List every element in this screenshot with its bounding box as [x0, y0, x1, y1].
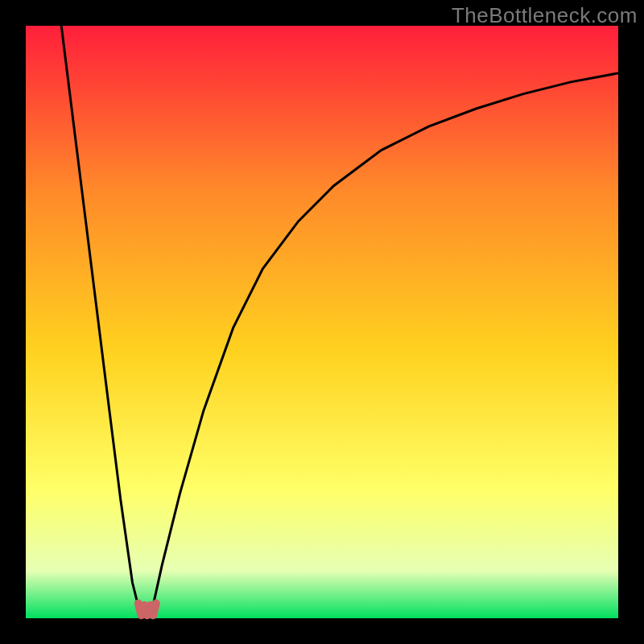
- curve-valley-hook: [138, 604, 156, 616]
- chart-container: TheBottleneck.com: [0, 0, 644, 644]
- chart-svg: [0, 0, 644, 644]
- watermark-label: TheBottleneck.com: [452, 3, 638, 28]
- plot-background: [26, 26, 618, 618]
